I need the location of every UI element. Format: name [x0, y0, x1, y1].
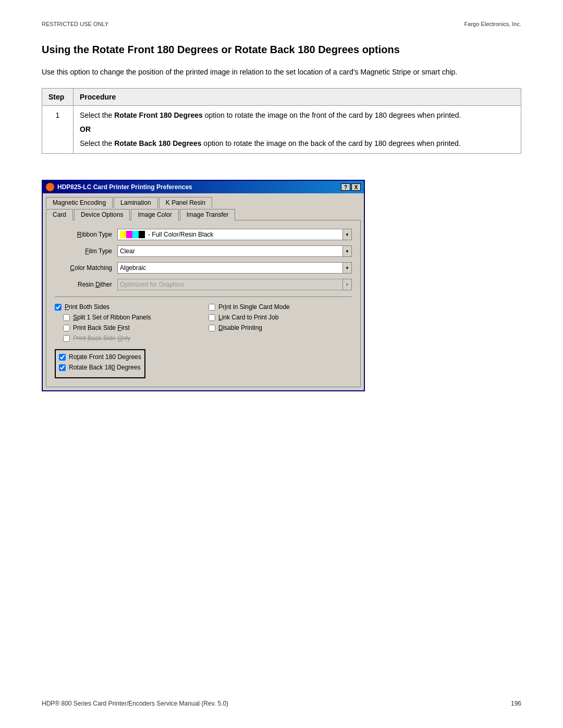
checkbox-print-back-first: Print Back Side First [63, 324, 198, 331]
link-card-label: Link Card to Print Job [218, 314, 278, 321]
tab-image-transfer[interactable]: Image Transfer [180, 209, 236, 220]
resin-dither-label: Resin Dither [55, 281, 117, 288]
procedure-content: Select the Rotate Front 180 Degrees opti… [74, 106, 521, 154]
dialog-title: HDP825-LC Card Printer Printing Preferen… [57, 183, 192, 191]
checkbox-disable-printing: Disable Printing [209, 324, 352, 331]
ribbon-k [139, 231, 145, 238]
ribbon-type-label: Ribbon Type [55, 231, 117, 238]
rotate-back-checkbox[interactable] [59, 364, 66, 371]
footer-left: HDP® 800 Series Card Printer/Encoders Se… [42, 700, 228, 707]
tabs-area: Magnetic Encoding Lamination K Panel Res… [43, 193, 364, 220]
print-back-only-checkbox[interactable] [63, 335, 70, 342]
header-left: RESTRICTED USE ONLY [42, 21, 108, 27]
col-step-header: Step [42, 89, 74, 106]
tab-image-color[interactable]: Image Color [131, 209, 178, 220]
single-card-mode-label: Print in Single Card Mode [218, 303, 290, 311]
checkbox-link-card: Link Card to Print Job [209, 314, 352, 321]
tab-lamination[interactable]: Lamination [114, 197, 158, 208]
tab-card[interactable]: Card [46, 209, 73, 220]
close-button[interactable]: X [351, 183, 361, 191]
color-matching-select-wrapper: Algebraic ▼ [117, 262, 352, 274]
description: Use this option to change the position o… [42, 67, 521, 78]
tab-k-panel-resin[interactable]: K Panel Resin [159, 197, 212, 208]
checkbox-print-both-sides: Print Both Sides [55, 303, 198, 311]
tabs-row2: Card Device Options Image Color Image Tr… [46, 208, 361, 220]
print-back-first-checkbox[interactable] [63, 325, 70, 331]
print-back-first-label: Print Back Side First [73, 324, 130, 331]
ribbon-type-row: Ribbon Type - Full Color/Resin Black ▼ [55, 229, 352, 240]
ribbon-type-display: - Full Color/Resin Black [117, 229, 352, 240]
disable-printing-label: Disable Printing [218, 324, 262, 331]
disable-printing-checkbox[interactable] [209, 325, 215, 331]
resin-dither-row: Resin Dither Optimized for Graphics ▼ [55, 279, 352, 290]
film-type-select[interactable]: Clear [117, 245, 352, 257]
dialog-wrapper: HDP825-LC Card Printer Printing Preferen… [42, 180, 365, 391]
print-both-sides-label: Print Both Sides [65, 303, 109, 311]
footer-right: 196 [511, 700, 521, 707]
resin-dither-select[interactable]: Optimized for Graphics [117, 279, 352, 290]
bold-rotate-back: Rotate Back 180 Degrees [114, 139, 201, 147]
help-button[interactable]: ? [341, 183, 350, 191]
title-buttons: ? X [341, 183, 361, 191]
rotate-back-label: Rotate Back 180 Degrees [69, 364, 140, 371]
header-bar: RESTRICTED USE ONLY Fargo Electronics, I… [42, 21, 521, 27]
step-number: 1 [42, 106, 74, 154]
link-card-checkbox[interactable] [209, 314, 215, 321]
header-right: Fargo Electronics, Inc. [464, 21, 521, 27]
film-type-row: Film Type Clear ▼ [55, 245, 352, 257]
dialog-title-area: HDP825-LC Card Printer Printing Preferen… [46, 183, 192, 191]
page-title: Using the Rotate Front 180 Degrees or Ro… [42, 43, 521, 56]
rotate-front-label: Rotate Front 180 Degrees [69, 353, 141, 361]
film-type-label: Film Type [55, 248, 117, 255]
ribbon-m [126, 231, 132, 238]
dialog-titlebar: HDP825-LC Card Printer Printing Preferen… [43, 181, 364, 193]
film-type-select-wrapper: Clear ▼ [117, 245, 352, 257]
print-both-sides-checkbox[interactable] [55, 304, 62, 311]
split-ribbon-label: Split 1 Set of Ribbon Panels [73, 314, 151, 321]
dialog-content: Ribbon Type - Full Color/Resin Black ▼ [46, 220, 361, 387]
checkbox-single-card-mode: Print in Single Card Mode [209, 303, 352, 311]
tab-magnetic-encoding[interactable]: Magnetic Encoding [46, 197, 113, 208]
printer-icon [46, 183, 54, 191]
ribbon-y [120, 231, 126, 238]
rotate-front-checkbox[interactable] [59, 354, 66, 361]
footer-bar: HDP® 800 Series Card Printer/Encoders Se… [42, 679, 521, 707]
checkbox-rotate-back: Rotate Back 180 Degrees [59, 364, 141, 371]
col-procedure-header: Procedure [74, 89, 521, 106]
bold-rotate-front: Rotate Front 180 Degrees [114, 111, 203, 119]
ribbon-type-select-wrapper: - Full Color/Resin Black ▼ [117, 229, 352, 240]
color-matching-row: Color Matching Algebraic ▼ [55, 262, 352, 274]
table-row: 1 Select the Rotate Front 180 Degrees op… [42, 106, 521, 154]
tabs-row1: Magnetic Encoding Lamination K Panel Res… [46, 196, 361, 207]
color-matching-label: Color Matching [55, 264, 117, 272]
single-card-mode-checkbox[interactable] [209, 304, 215, 311]
tab-device-options[interactable]: Device Options [74, 209, 130, 220]
procedure-table: Step Procedure 1 Select the Rotate Front… [42, 88, 521, 154]
dialog: HDP825-LC Card Printer Printing Preferen… [42, 180, 365, 391]
checkbox-column-left: Print Both Sides Split 1 Set of Ribbon P… [55, 303, 198, 378]
ribbon-c [132, 231, 139, 238]
checkbox-column-right: Print in Single Card Mode Link Card to P… [209, 303, 352, 378]
checkbox-print-back-only: Print Back Side Only [63, 335, 198, 342]
or-text: OR [80, 124, 515, 135]
divider [55, 297, 352, 297]
print-back-only-label: Print Back Side Only [73, 335, 130, 342]
ribbon-type-text: - Full Color/Resin Black [148, 231, 213, 238]
color-matching-select[interactable]: Algebraic [117, 262, 352, 274]
checkbox-rotate-front: Rotate Front 180 Degrees [59, 353, 141, 361]
checkbox-split-ribbon: Split 1 Set of Ribbon Panels [63, 314, 198, 321]
checkboxes-section: Print Both Sides Split 1 Set of Ribbon P… [55, 303, 352, 378]
highlighted-checkboxes-box: Rotate Front 180 Degrees Rotate Back 180… [55, 349, 145, 378]
ymck-color-boxes [120, 231, 145, 238]
split-ribbon-checkbox[interactable] [63, 314, 70, 321]
resin-dither-select-wrapper: Optimized for Graphics ▼ [117, 279, 352, 290]
